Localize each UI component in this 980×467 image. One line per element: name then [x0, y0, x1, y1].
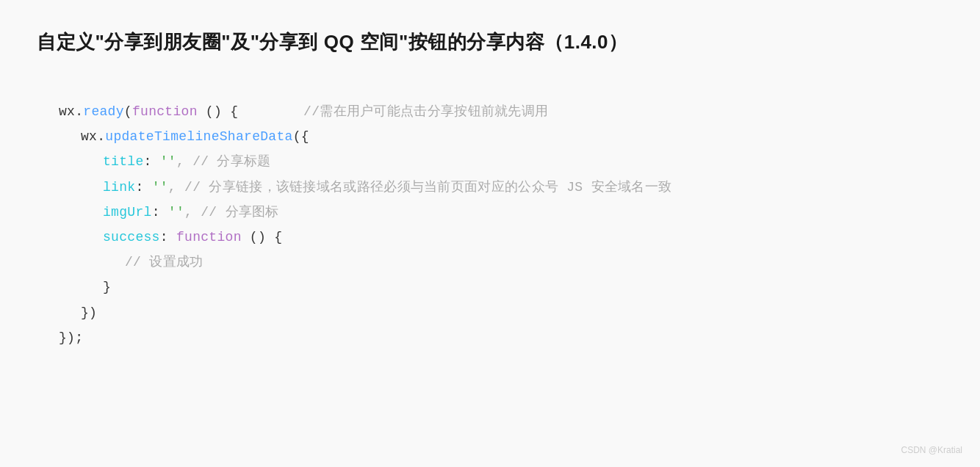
code-text: '' [152, 175, 168, 200]
code-text: wx. [81, 124, 105, 149]
code-line-4: link: '', // 分享链接，该链接域名或路径必须与当前页面对应的公众号 … [59, 175, 921, 200]
code-text: '' [160, 149, 176, 174]
watermark: CSDN @Kratial [901, 445, 962, 455]
code-text: title [103, 149, 144, 174]
code-comment: , // 分享标题 [176, 149, 271, 174]
code-text: } [103, 275, 111, 300]
code-text: : [152, 200, 168, 225]
code-text: '' [168, 200, 184, 225]
code-line-6: success: function () { [59, 225, 921, 250]
code-line-1: wx.ready(function () { //需在用户可能点击分享按钮前就先… [59, 99, 921, 124]
code-text: : [135, 175, 151, 200]
code-text: ready [83, 99, 124, 124]
code-line-10: }); [59, 325, 921, 350]
code-comment: , // 分享链接，该链接域名或路径必须与当前页面对应的公众号 JS 安全域名一… [168, 175, 672, 200]
code-text: imgUrl [103, 200, 152, 225]
page-container: 自定义"分享到朋友圈"及"分享到 QQ 空间"按钮的分享内容（1.4.0） wx… [0, 0, 980, 467]
code-text: function [132, 99, 198, 124]
code-text: () { [242, 225, 283, 250]
code-comment: // 设置成功 [125, 250, 203, 275]
page-title: 自定义"分享到朋友圈"及"分享到 QQ 空间"按钮的分享内容（1.4.0） [37, 29, 943, 55]
code-comment: , // 分享图标 [184, 200, 279, 225]
code-block: wx.ready(function () { //需在用户可能点击分享按钮前就先… [37, 84, 943, 365]
code-line-2: wx.updateTimelineShareData({ [59, 124, 921, 149]
code-text: link [103, 175, 135, 200]
code-text: updateTimelineShareData [105, 124, 292, 149]
code-text: function [176, 225, 242, 250]
code-line-8: } [59, 275, 921, 300]
code-text: }); [59, 325, 83, 350]
code-text: () { [198, 99, 239, 124]
code-text: wx. [59, 99, 83, 124]
code-line-3: title: '', // 分享标题 [59, 149, 921, 174]
code-text: ({ [293, 124, 309, 149]
code-line-5: imgUrl: '', // 分享图标 [59, 200, 921, 225]
code-text: : [144, 149, 160, 174]
code-text: : [160, 225, 176, 250]
code-text: ( [124, 99, 132, 124]
code-comment: //需在用户可能点击分享按钮前就先调用 [238, 99, 548, 124]
code-text: }) [81, 300, 97, 325]
code-line-9: }) [59, 300, 921, 325]
code-text: success [103, 225, 160, 250]
code-line-7: // 设置成功 [59, 250, 921, 275]
